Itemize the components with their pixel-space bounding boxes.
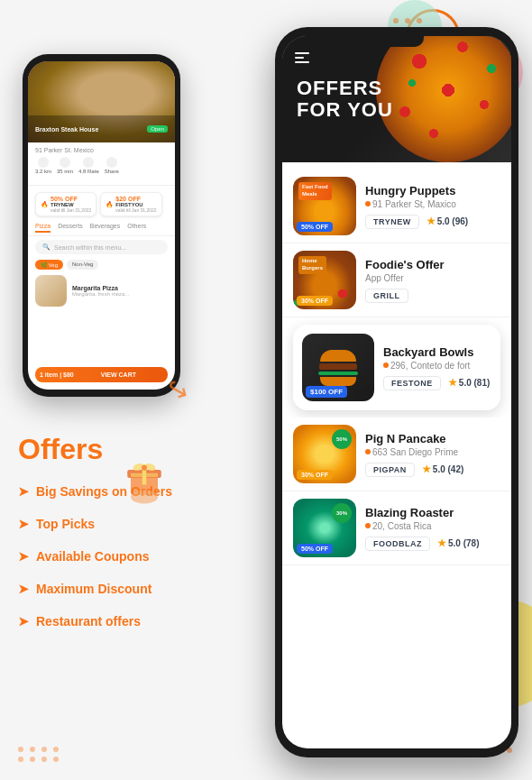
tag-veg[interactable]: 🌿 Veg (35, 260, 63, 270)
restaurant-name-4: Pig N Pancake (365, 432, 500, 445)
tab-pizza[interactable]: Pizza (35, 223, 50, 233)
info-backyard: Backyard Bowls 296, Conteto de fort FEST… (383, 345, 491, 390)
stat-icon-distance (38, 157, 49, 168)
phone-left-hero: Braxton Steak House Open (28, 61, 175, 142)
burgers-label: HomeBurgers (298, 256, 326, 274)
svg-point-6 (142, 465, 147, 471)
menu-item-desc: Margarita, fresh meza... (72, 291, 168, 297)
phone-right: OFFERS FOR YOU Fast FoodMeals 50% OFF Hu… (275, 27, 518, 757)
search-bar-mini[interactable]: 🔍 Search within this menu... (35, 240, 168, 254)
cart-price: 1 item | $80 (40, 372, 74, 378)
restaurant-name-1: Hungry Puppets (365, 184, 500, 197)
offer-badge-1: 🔥 50% OFF TRYNEW valid till Jan 31,2022 (35, 192, 96, 216)
phone-right-screen: OFFERS FOR YOU Fast FoodMeals 50% OFF Hu… (282, 36, 511, 748)
burger-visual (316, 350, 361, 386)
arrow-icon-2: ➤ (18, 517, 29, 531)
phone-left-screen: Braxton Steak House Open 91 Parker St. M… (28, 61, 175, 390)
left-restaurant-name: Braxton Steak House (35, 126, 147, 133)
fire-icon-1: 🔥 (41, 201, 49, 208)
restaurant-card-foodies[interactable]: HomeBurgers 30% OFF Foodie's Offer App O… (282, 243, 511, 317)
restaurant-card-pig[interactable]: 50% 30% OFF Pig N Pancake 663 San Diego … (282, 418, 511, 491)
view-cart-button[interactable]: 1 item | $80 VIEW CART (35, 367, 168, 382)
offer-badges-row: 🔥 50% OFF TRYNEW valid till Jan 31,2022 … (28, 188, 175, 220)
arrow-icon-3: ➤ (18, 549, 29, 564)
search-icon-mini: 🔍 (42, 243, 50, 251)
divider-1 (28, 185, 175, 186)
star-icon-4: ★ (422, 463, 431, 475)
tab-others[interactable]: Others (127, 223, 146, 233)
info-blazing: Blazing Roaster 20, Costa Rica FOODBLAZ … (365, 506, 500, 551)
offer-1-valid: valid till Jan 31,2022 (50, 207, 91, 213)
backyard-inner: $100 OFF Backyard Bowls 296, Conteto de … (293, 325, 500, 410)
loc-icon-4 (365, 449, 371, 454)
discount-badge-2: 30% OFF (297, 296, 333, 306)
patty (319, 363, 357, 371)
offer-list-item-4: ➤ Maximum Discount (18, 582, 216, 596)
phone-notch (370, 36, 424, 47)
stat-time: 35 min (57, 157, 73, 174)
hamburger-menu-icon[interactable] (295, 52, 309, 63)
rating-3: ★ 5.0 (81) (448, 377, 490, 389)
star-icon-1: ★ (427, 216, 436, 227)
loc-icon-5 (365, 523, 371, 528)
discount-badge-1: 50% OFF (297, 222, 333, 232)
filter-tags: 🌿 Veg Non-Veg (28, 258, 175, 271)
menu-item-image (35, 275, 67, 307)
offer-item-label-2: Top Picks (36, 517, 95, 531)
restaurant-card-hungry-puppets[interactable]: Fast FoodMeals 50% OFF Hungry Puppets 91… (282, 170, 511, 243)
restaurant-stats: 3.2 km 35 min 4.8 Rate Share (35, 157, 168, 174)
stat-rating: 4.8 Rate (78, 157, 99, 174)
restaurant-bottom-2: GRILL (365, 289, 500, 303)
promo-code-5: FOODBLAZ (365, 537, 430, 551)
offer-badge-2: 🔥 $20 OFF FIRSTYOU valid till Jan 31,202… (100, 192, 161, 216)
gift-icon (117, 451, 171, 505)
stat-icon-time (60, 157, 70, 168)
offers-title-block: OFFERS FOR YOU (297, 78, 393, 121)
percent-badge-4: 50% (332, 429, 352, 449)
gift-icon-area (117, 451, 171, 509)
restaurant-addr-5: 20, Costa Rica (365, 521, 500, 531)
tag-nonveg[interactable]: Non-Veg (67, 260, 98, 270)
promo-code-3: FESTONE (383, 376, 441, 390)
promo-code-1: TRYNEW (365, 215, 419, 229)
offer-1-discount: 50% OFF (50, 196, 91, 202)
restaurant-bottom-4: PIGPAN ★ 5.0 (42) (365, 463, 500, 477)
menu-item-name: Margarita Pizza (72, 285, 168, 291)
pizza-toppings (376, 36, 511, 162)
info-hungry-puppets: Hungry Puppets 91 Parker St, Maxico TRYN… (365, 184, 500, 229)
bottom-dots (18, 747, 60, 762)
loc-icon-3 (383, 362, 389, 368)
restaurant-addr-3: 296, Conteto de fort (383, 361, 491, 371)
offer-2-discount: $20 OFF (115, 196, 156, 202)
search-placeholder: Search within this menu... (54, 244, 126, 251)
star-icon-5: ★ (437, 537, 446, 549)
ham-line-1 (295, 52, 309, 54)
pizza-image (376, 36, 511, 162)
menu-item-margarita: Margarita Pizza Margarita, fresh meza... (35, 275, 168, 307)
offer-list-item-2: ➤ Top Picks (18, 517, 216, 531)
rating-val-4: 5.0 (42) (433, 464, 463, 474)
open-status: Open (147, 125, 168, 133)
offer-list-item-3: ➤ Available Coupons (18, 549, 216, 564)
dollar-off-badge: $100 OFF (306, 386, 347, 398)
restaurant-bottom-3: FESTONE ★ 5.0 (81) (383, 376, 491, 390)
meals-label: Fast FoodMeals (298, 182, 332, 200)
discount-badge-5: 50% OFF (297, 544, 333, 554)
tab-beverages[interactable]: Beverages (90, 223, 120, 233)
star-icon-3: ★ (448, 377, 457, 389)
restaurant-card-backyard[interactable]: $100 OFF Backyard Bowls 296, Conteto de … (293, 325, 500, 410)
rating-1: ★ 5.0 (96) (427, 216, 468, 227)
thumb-backyard: $100 OFF (302, 334, 374, 401)
offer-list-item-5: ➤ Restaurant offers (18, 614, 216, 629)
discount-badge-4: 30% OFF (297, 470, 333, 480)
ham-line-3 (295, 61, 309, 63)
tab-desserts[interactable]: Desserts (58, 223, 83, 233)
stat-icon-share (106, 157, 117, 168)
stat-share: Share (105, 157, 119, 174)
promo-code-4: PIGPAN (365, 463, 415, 477)
left-addr: 91 Parker St. Mexico (35, 147, 168, 153)
restaurant-card-blazing[interactable]: 30% 50% OFF Blazing Roaster 20, Costa Ri… (282, 491, 511, 565)
thumb-foodies: HomeBurgers 30% OFF (293, 251, 356, 309)
svg-rect-3 (131, 473, 158, 478)
offers-title-line2: FOR YOU (297, 99, 393, 121)
